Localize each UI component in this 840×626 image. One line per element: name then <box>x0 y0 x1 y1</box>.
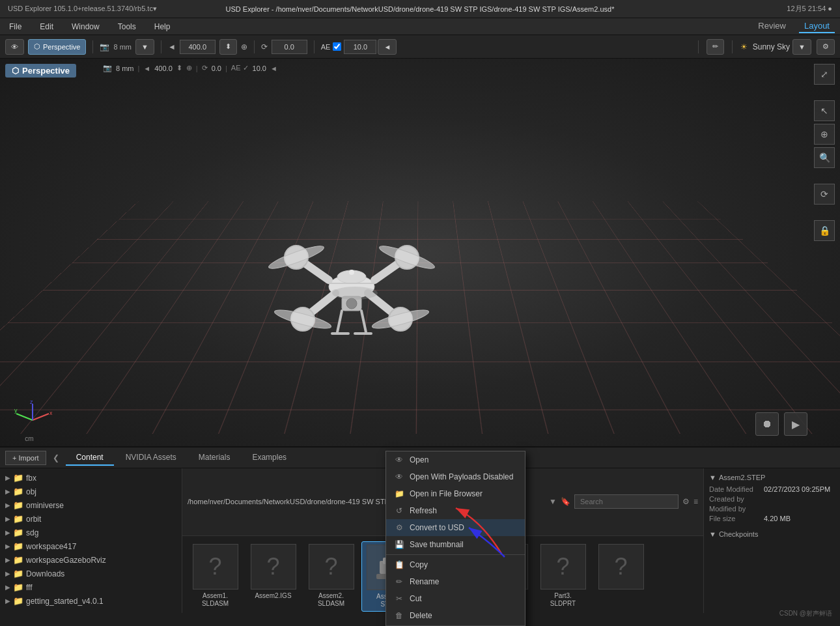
ae-value-input[interactable] <box>344 40 376 54</box>
import-btn[interactable]: + Import <box>5 451 46 465</box>
ctx-delete-label: Delete <box>410 611 432 620</box>
grid-view-icon[interactable]: ≡ <box>693 497 698 506</box>
svg-text:y: y <box>14 407 18 414</box>
preview-btn[interactable]: ⏺ <box>755 412 779 436</box>
ctx-rename-icon: ✏ <box>394 577 404 586</box>
ctx-copy[interactable]: 📋 Copy <box>386 556 525 573</box>
axis-svg: x y z <box>13 401 52 440</box>
tree-item-downloads[interactable]: ▶ 📁 Downloads <box>0 567 182 580</box>
tree-item-obj[interactable]: ▶ 📁 obj <box>0 485 182 498</box>
file-item-assem1-sldasm[interactable]: ? Assem1.SLDASM <box>188 541 243 612</box>
tree-item-workspace417[interactable]: ▶ 📁 workspace417 <box>0 539 182 553</box>
focal-arrows[interactable]: ⬍ <box>219 39 237 55</box>
tree-item-getting-started[interactable]: ▶ 📁 getting_started_v4.0.1 <box>0 594 182 608</box>
menu-tools[interactable]: Tools <box>114 21 140 33</box>
file-item-part3[interactable]: ? Part3.SLDPRT <box>535 541 591 612</box>
axis-indicator: x y z cm <box>13 401 46 433</box>
file-name-assem2-sldasm: Assem2.SLDASM <box>318 592 344 608</box>
lock-btn[interactable]: 🔒 <box>814 220 835 241</box>
tab-content[interactable]: Content <box>66 450 114 466</box>
cube-small-icon: ⬡ <box>12 66 19 76</box>
rotate-view-btn[interactable]: ⟳ <box>814 184 835 205</box>
date-value: 02/27/2023 09:25PM <box>764 485 835 493</box>
tree-item-fff[interactable]: ▶ 📁 fff <box>0 580 182 594</box>
camera-icon: 📷 <box>100 42 109 51</box>
ctx-open-file-browser[interactable]: 📁 Open in File Browser <box>386 485 525 502</box>
perspective-text: Perspective <box>22 66 70 76</box>
ctx-open-payloads-label: Open With Payloads Disabled <box>410 472 513 481</box>
ctx-open[interactable]: 👁 Open <box>386 451 525 468</box>
eye-icon: 👁 <box>11 43 18 51</box>
lens-dropdown[interactable]: ▼ <box>135 39 154 55</box>
menu-help[interactable]: Help <box>150 21 175 33</box>
filter-dropdown-icon[interactable]: ▼ <box>549 497 557 506</box>
rotation-input[interactable] <box>272 40 307 54</box>
menu-window[interactable]: Window <box>68 21 104 33</box>
ctx-refresh-icon: ↺ <box>394 506 404 515</box>
sunny-sky-dropdown[interactable]: ▼ <box>792 39 811 55</box>
modified-value <box>764 505 835 513</box>
search-input[interactable] <box>574 494 679 509</box>
perspective-btn[interactable]: ⬡ Perspective <box>28 39 86 55</box>
menu-edit[interactable]: Edit <box>36 21 57 33</box>
tree-item-fbx[interactable]: ▶ 📁 fbx <box>0 471 182 485</box>
ctx-convert-icon: ⚙ <box>394 523 404 532</box>
rotation-icon: ⟳ <box>261 42 268 51</box>
ae-checkbox[interactable] <box>333 42 341 51</box>
file-item-unknown1[interactable]: ? <box>593 541 649 612</box>
lens-label: 8 mm <box>113 43 132 51</box>
ae-collapse[interactable]: ◄ <box>378 39 397 55</box>
file-item-assem2-sldasm[interactable]: ? Assem2.SLDASM <box>303 541 359 612</box>
tree-item-orbit[interactable]: ▶ 📁 orbit <box>0 512 182 526</box>
perspective-label: Perspective <box>43 43 80 51</box>
ctx-cut[interactable]: ✂ Cut <box>386 590 525 607</box>
focal-distance-input[interactable] <box>180 40 216 54</box>
tab-materials[interactable]: Materials <box>188 450 241 466</box>
filter-icon[interactable]: ⚙ <box>682 497 690 506</box>
ctx-open-icon: 👁 <box>394 455 404 464</box>
tab-review[interactable]: Review <box>753 20 791 33</box>
titlebar: USD Explorer 105.1.0+release.51.3740/rb5… <box>0 0 840 18</box>
toolbar-separator-2 <box>161 40 161 53</box>
tab-examples[interactable]: Examples <box>242 450 297 466</box>
select-btn[interactable]: ↖ <box>814 100 835 121</box>
tree-item-workspacegazebo[interactable]: ▶ 📁 workspaceGazeboRviz <box>0 553 182 567</box>
menu-file[interactable]: File <box>5 21 25 33</box>
tree-item-sdg[interactable]: ▶ 📁 sdg <box>0 526 182 539</box>
viewport-icon-btn[interactable]: 👁 <box>5 39 24 55</box>
ctx-convert-usd[interactable]: ⚙ Convert to USD <box>386 519 525 536</box>
ctx-delete-icon: 🗑 <box>394 611 404 620</box>
bookmark-icon[interactable]: 🔖 <box>561 497 570 506</box>
tree-item-ominiverse[interactable]: ▶ 📁 ominiverse <box>0 498 182 512</box>
ctx-sep-1 <box>386 554 525 555</box>
navigate-btn[interactable]: ⊕ <box>814 124 835 145</box>
settings-btn[interactable]: ⚙ <box>817 39 835 55</box>
play-btn[interactable]: ▶ <box>784 412 807 436</box>
divider3: | <box>225 64 227 72</box>
drone-model <box>247 143 456 391</box>
camera-info: 📷 8 mm | ◄ 400.0 ⬍ ⊕ | ⟳ 0.0 | AE ✓ 10.0… <box>103 64 277 72</box>
right-toolbar: ⤢ ↖ ⊕ 🔍 ⟳ 🔒 <box>814 64 835 241</box>
ctx-refresh[interactable]: ↺ Refresh <box>386 502 525 519</box>
viewport[interactable]: ⬡ Perspective 📷 8 mm | ◄ 400.0 ⬍ ⊕ | ⟳ 0… <box>0 59 840 446</box>
zoom-btn[interactable]: 🔍 <box>814 147 835 168</box>
tab-layout[interactable]: Layout <box>799 20 835 33</box>
edit-mode-btn[interactable]: ✏ <box>707 39 724 55</box>
ctx-copy-label: Copy <box>410 560 428 569</box>
file-item-assem2-igs[interactable]: ? Assem2.IGS <box>245 541 301 612</box>
ctx-convert-label: Convert to USD <box>410 523 464 532</box>
toolbar-separator-4 <box>314 40 315 53</box>
ctx-open-payloads[interactable]: 👁 Open With Payloads Disabled <box>386 468 525 485</box>
ctx-rename[interactable]: ✏ Rename <box>386 573 525 590</box>
arrow-icon-checkpoints: ▼ <box>709 530 716 538</box>
menubar: File Edit Window Tools Help Review Layou… <box>0 18 840 35</box>
file-thumb-assem2-sldasm: ? <box>309 544 354 590</box>
ctx-delete[interactable]: 🗑 Delete <box>386 607 525 624</box>
cube-icon: ⬡ <box>34 42 40 51</box>
camera-icon-small: 📷 <box>103 64 112 72</box>
context-menu: 👁 Open 👁 Open With Payloads Disabled 📁 O… <box>385 451 525 626</box>
collapse-tree-btn[interactable]: ❮ <box>48 453 64 462</box>
ctx-save-thumbnail[interactable]: 💾 Save thumbnail <box>386 536 525 553</box>
tab-nvidia-assets[interactable]: NVIDIA Assets <box>115 450 187 466</box>
expand-btn[interactable]: ⤢ <box>814 64 835 85</box>
